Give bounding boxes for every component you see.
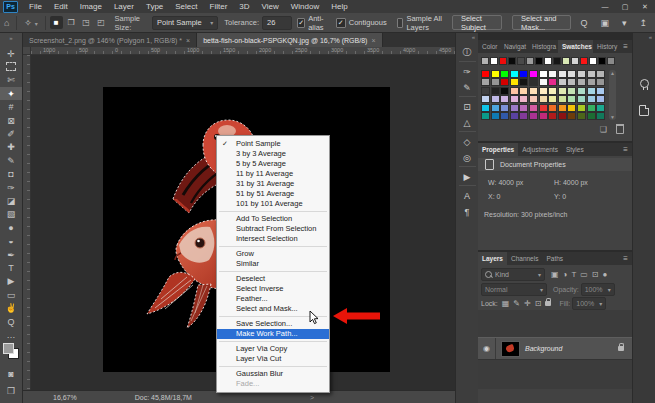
swatch[interactable] (539, 78, 548, 86)
eyedropper-tool[interactable]: ✐ (0, 127, 22, 140)
path-select-tool[interactable]: ▶ (0, 275, 22, 288)
history-brush-tool[interactable]: ✑ (0, 181, 22, 194)
panel-tab-layers[interactable]: Layers (478, 252, 507, 265)
swatch[interactable] (544, 57, 552, 65)
sample-size-select[interactable]: Point Sample▾ (152, 16, 218, 30)
menu-item-layer-via-cut[interactable]: Layer Via Cut (217, 354, 329, 364)
quick-mask-icon[interactable]: ◙ (0, 367, 22, 380)
swatch[interactable] (598, 57, 606, 65)
blur-tool[interactable]: ● (0, 221, 22, 234)
swatch[interactable] (491, 104, 500, 112)
swatch[interactable] (587, 87, 596, 95)
glyphs-icon[interactable]: ◎ (456, 150, 478, 165)
menu-item-51-by-51-average[interactable]: 51 by 51 Average (217, 189, 329, 199)
foreground-color-swatch[interactable] (3, 343, 14, 354)
lock-paint-icon[interactable]: ✎ (513, 299, 520, 308)
swatch[interactable] (607, 57, 615, 65)
home-icon[interactable]: ⌂ (0, 18, 13, 28)
kind-filter-select[interactable]: Kind▾ (481, 268, 545, 281)
menu-item-make-work-path[interactable]: Make Work Path... (217, 329, 329, 339)
frame-tool[interactable]: ⊠ (0, 114, 22, 127)
maximize-button[interactable]: ▢ (615, 0, 635, 13)
layer-name[interactable]: Background (525, 345, 562, 352)
panel-tab-properties[interactable]: Properties (478, 143, 518, 156)
swatch[interactable] (500, 95, 509, 103)
swatch[interactable] (558, 112, 567, 120)
lock-artboard-icon[interactable]: ⊡ (535, 299, 542, 308)
brush-settings-icon[interactable]: ✑ (456, 64, 478, 79)
swatch[interactable] (587, 78, 596, 86)
lightbulb-icon[interactable] (640, 79, 649, 88)
swatch[interactable] (535, 57, 543, 65)
menu-item-31-by-31-average[interactable]: 31 by 31 Average (217, 179, 329, 189)
swatch[interactable] (491, 87, 500, 95)
trash-icon[interactable] (616, 124, 624, 134)
swatch[interactable] (548, 95, 557, 103)
brushes-icon[interactable]: ✎ (456, 80, 478, 95)
gradient-tool[interactable]: ▧ (0, 208, 22, 221)
filter-adjustment-icon[interactable]: ◑ (563, 270, 568, 279)
lock-transparency-icon[interactable]: ▦ (502, 299, 510, 308)
swatch[interactable] (587, 112, 596, 120)
panel-tab-paths[interactable]: Paths (542, 252, 567, 265)
swatch[interactable] (539, 104, 548, 112)
swatch[interactable] (580, 57, 588, 65)
swatch[interactable] (500, 112, 509, 120)
layer-row-background[interactable]: ◉ Background (478, 337, 632, 360)
swatch[interactable] (571, 57, 579, 65)
panel-tab-channels[interactable]: Channels (507, 252, 542, 265)
intersect-selection-mode[interactable]: ◰ (95, 16, 108, 29)
swatch[interactable] (510, 78, 519, 86)
swatch[interactable] (481, 78, 490, 86)
swatch[interactable] (519, 70, 528, 78)
swatch[interactable] (499, 57, 507, 65)
swatch[interactable] (500, 70, 509, 78)
filter-toggle-icon[interactable]: ● (603, 270, 608, 279)
menu-item-feather[interactable]: Feather... (217, 294, 329, 304)
document-tab-2[interactable]: betta-fish-on-black-PSPGKQN.jpg @ 16,7% … (197, 33, 382, 47)
status-menu-arrow[interactable]: > (310, 394, 314, 401)
swatch[interactable] (491, 112, 500, 120)
magic-wand-tool[interactable]: ✦ (0, 87, 22, 100)
swatch[interactable] (510, 112, 519, 120)
swatch[interactable] (481, 87, 490, 95)
subtract-selection-mode[interactable]: ◳ (80, 16, 93, 29)
menu-select[interactable]: Select (169, 0, 203, 13)
swatch[interactable] (510, 70, 519, 78)
swatch[interactable] (481, 70, 490, 78)
clone-stamp-tool[interactable]: ◘ (0, 168, 22, 181)
add-selection-mode[interactable]: ❒ (65, 16, 78, 29)
swatch[interactable] (596, 78, 605, 86)
menu-item-5-by-5-average[interactable]: 5 by 5 Average (217, 159, 329, 169)
checkbox-anti-alias[interactable]: ✓Anti-alias (297, 14, 325, 32)
marquee-tool[interactable] (0, 60, 22, 73)
swatch[interactable] (519, 112, 528, 120)
swatch[interactable] (558, 104, 567, 112)
healing-brush-tool[interactable]: ✚ (0, 141, 22, 154)
checkbox-contiguous[interactable]: ✓Contiguous (336, 14, 387, 32)
screen-mode-icon[interactable]: ❐ (0, 384, 22, 397)
menu-3d[interactable]: 3D (233, 0, 255, 13)
panel-menu-icon[interactable]: ≡ (619, 143, 632, 156)
swatch[interactable] (558, 95, 567, 103)
panel-tab-history[interactable]: History (593, 40, 619, 53)
filter-pixel-icon[interactable]: ▣ (551, 270, 559, 279)
minimize-button[interactable]: — (595, 0, 615, 13)
panel-tab-color[interactable]: Color (478, 40, 500, 53)
swatch[interactable] (562, 57, 570, 65)
filter-type-icon[interactable]: T (571, 270, 576, 279)
menu-view[interactable]: View (256, 0, 285, 13)
swatch[interactable] (510, 95, 519, 103)
swatch[interactable] (558, 78, 567, 86)
swatch-scrollbar[interactable]: ▲▼ (609, 70, 616, 120)
menu-item-subtract-from-selection[interactable]: Subtract From Selection (217, 224, 329, 234)
swatch[interactable] (596, 70, 605, 78)
opacity-select[interactable]: 100%▾ (581, 283, 615, 296)
color-swatches[interactable] (3, 343, 19, 359)
swatch[interactable] (526, 57, 534, 65)
panel-tab-adjustments[interactable]: Adjustments (518, 143, 562, 156)
zoom-level-field[interactable]: 16,67% (53, 394, 77, 401)
swatch[interactable] (567, 112, 576, 120)
swatch[interactable] (481, 95, 490, 103)
crop-tool[interactable]: # (0, 101, 22, 114)
